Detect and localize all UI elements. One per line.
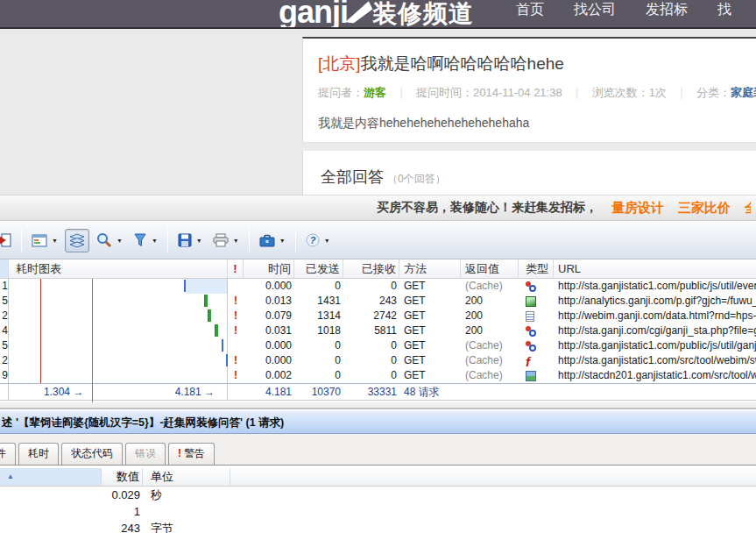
- summary-sent: 10370: [294, 384, 343, 400]
- cell-received: 0: [343, 279, 399, 294]
- column-time[interactable]: 时间: [244, 259, 294, 278]
- column-received[interactable]: 已接收: [343, 259, 399, 278]
- cell-sent: 1314: [294, 309, 343, 323]
- column-method[interactable]: 方法: [399, 259, 461, 278]
- cell-url: http://sta.ganjistatic1.com/public/js/ut…: [554, 338, 756, 353]
- promo-banner: 买房不容易，装修随心！来赶集发招标， 量房设计 三家比价 全: [0, 195, 756, 221]
- waterfall-cell: [9, 338, 228, 353]
- tab-status-codes[interactable]: 状态代码: [61, 443, 123, 465]
- tab-warnings[interactable]: !警告: [168, 443, 215, 465]
- top-navigation: 首页 找公司 发招标 找: [516, 1, 731, 19]
- network-summary-row: 1.304 → 4.181 → 4.181 10370 33331 48 请求: [0, 383, 756, 400]
- column-unit[interactable]: 单位: [143, 468, 230, 486]
- column-sent[interactable]: 已发送: [294, 259, 343, 278]
- devtools-toolbar: ▼ ▼ ▼ ▼ ▼ ▼ ? ▼: [0, 221, 756, 259]
- panel-splitter[interactable]: [0, 400, 756, 410]
- summary-received: 33331: [343, 384, 399, 400]
- dropdown-arrow-icon: ▼: [52, 238, 58, 244]
- devtools-panel: ▼ ▼ ▼ ▼ ▼ ▼ ? ▼: [0, 221, 756, 533]
- tools-icon[interactable]: ▼: [256, 229, 289, 252]
- question-card: [北京]我就是哈啊哈哈哈哈哈hehe 提问者：游客 ｜ 提问时间：2014-11…: [302, 37, 756, 143]
- waterfall-cell: [9, 309, 228, 323]
- column-start[interactable]: [0, 259, 9, 278]
- svg-text:?: ?: [309, 235, 315, 245]
- column-warning[interactable]: !: [228, 259, 244, 278]
- nav-item-home[interactable]: 首页: [516, 1, 544, 19]
- warning-icon: !: [178, 447, 181, 459]
- promo-link-compare[interactable]: 三家比价: [678, 200, 731, 217]
- network-request-row[interactable]: 9 ! 0.002 0 0 GET (Cache) http://stacdn2…: [0, 368, 756, 383]
- asker-name: 游客: [364, 86, 386, 99]
- summary-row[interactable]: 1: [0, 503, 756, 520]
- warning-indicator: !: [228, 309, 244, 323]
- network-request-row[interactable]: 1 0.000 0 0 GET (Cache) http://sta.ganji…: [0, 279, 756, 294]
- warning-indicator: [228, 279, 244, 294]
- cell-status: (Cache): [461, 338, 519, 353]
- nav-item-post-tender[interactable]: 发招标: [646, 1, 688, 19]
- tab-timing[interactable]: 耗时: [18, 443, 59, 465]
- cell-time: 0.000: [244, 353, 294, 368]
- cell-type: [519, 294, 554, 309]
- metric-value: 243: [102, 520, 143, 533]
- nav-item-find-company[interactable]: 找公司: [574, 1, 616, 19]
- column-value[interactable]: 数值: [102, 468, 143, 486]
- network-request-row[interactable]: 5 0.000 0 0 GET (Cache) http://sta.ganji…: [0, 338, 756, 353]
- network-request-row[interactable]: 5 ! 0.013 1431 243 GET 200 http://analyt…: [0, 294, 756, 309]
- cell-method: GET: [399, 338, 461, 353]
- cell-url: http://stacdn201.ganjistatic1.com/src/to…: [554, 368, 756, 383]
- save-icon[interactable]: ▼: [174, 229, 206, 252]
- image-icon: [526, 296, 536, 307]
- network-table: 耗时图表 ! 时间 已发送 已接收 方法 返回值 类型 URL 1 0.000 …: [0, 259, 756, 400]
- panel-view-icon[interactable]: ▼: [28, 230, 61, 252]
- network-request-row[interactable]: 4 ! 0.031 1018 5811 GET 200 http://sta.g…: [0, 323, 756, 338]
- tab-errors[interactable]: 错误: [125, 443, 166, 465]
- cell-type: [519, 309, 554, 323]
- print-icon[interactable]: ▼: [209, 229, 243, 252]
- script-icon: [526, 281, 537, 292]
- toolbar-separator: [249, 229, 250, 252]
- cell-time: 0.000: [244, 338, 294, 353]
- network-table-header: 耗时图表 ! 时间 已发送 已接收 方法 返回值 类型 URL: [0, 259, 756, 279]
- layers-icon[interactable]: [65, 229, 89, 252]
- network-request-row[interactable]: 2 ! 0.079 1314 2742 GET 200 http://webim…: [0, 309, 756, 323]
- zoom-icon[interactable]: ▼: [93, 228, 126, 252]
- metric-unit: [143, 503, 230, 520]
- cell-time: 0.013: [244, 294, 294, 309]
- column-type[interactable]: 类型: [519, 259, 554, 278]
- help-icon[interactable]: ? ▼: [302, 229, 334, 252]
- tab-events[interactable]: 件: [0, 443, 16, 465]
- metric-unit: 字节: [143, 520, 230, 533]
- record-icon[interactable]: [0, 229, 15, 252]
- sort-ascending-icon: ▲: [7, 468, 14, 486]
- warning-indicator: !: [228, 353, 244, 368]
- promo-text: 买房不容易，装修随心！来赶集发招标，: [377, 200, 597, 216]
- column-url[interactable]: URL: [554, 259, 756, 278]
- summary-row[interactable]: 0.029 秒: [0, 487, 756, 503]
- browser-viewport: ganji 装修频道 首页 找公司 发招标 找 [北京]我就是哈啊哈哈哈哈哈he…: [0, 0, 756, 221]
- waterfall-cell: [9, 368, 228, 383]
- row-start-digit: 1: [0, 279, 9, 294]
- cell-received: 243: [343, 294, 399, 309]
- metric-unit: 秒: [143, 487, 230, 503]
- promo-link-measure[interactable]: 量房设计: [611, 200, 664, 217]
- summary-row[interactable]: 243 字节: [0, 520, 756, 533]
- detail-section-header: 述 '【辈饲诖阎婆{随机汉字=5}】-赶集网装修问答' (1 请求): [0, 410, 756, 434]
- selection-highlight: [186, 279, 227, 294]
- cell-method: GET: [399, 368, 461, 383]
- view-count: 1次: [649, 86, 667, 99]
- site-logo[interactable]: ganji 装修频道: [279, 0, 474, 29]
- cell-sent: 0: [294, 338, 343, 353]
- filter-icon[interactable]: ▼: [130, 229, 161, 252]
- cell-method: GET: [399, 353, 461, 368]
- column-metric[interactable]: ▲: [0, 468, 102, 486]
- column-chart[interactable]: 耗时图表: [9, 259, 228, 278]
- cell-url: http://webim.ganji.com/data.html?rnd=hps…: [554, 309, 756, 323]
- promo-link-clipped[interactable]: 全: [745, 200, 751, 217]
- column-status[interactable]: 返回值: [461, 259, 519, 278]
- cell-status: (Cache): [461, 279, 519, 294]
- category-link-1[interactable]: 家庭装修: [731, 86, 756, 99]
- cell-status: 200: [461, 323, 519, 338]
- nav-item-clipped[interactable]: 找: [717, 1, 731, 19]
- question-content: 我就是内容hehehehehehehehehehaha: [318, 116, 756, 131]
- network-request-row[interactable]: 2 ! 0.000 0 0 GET (Cache) http://sta.gan…: [0, 353, 756, 368]
